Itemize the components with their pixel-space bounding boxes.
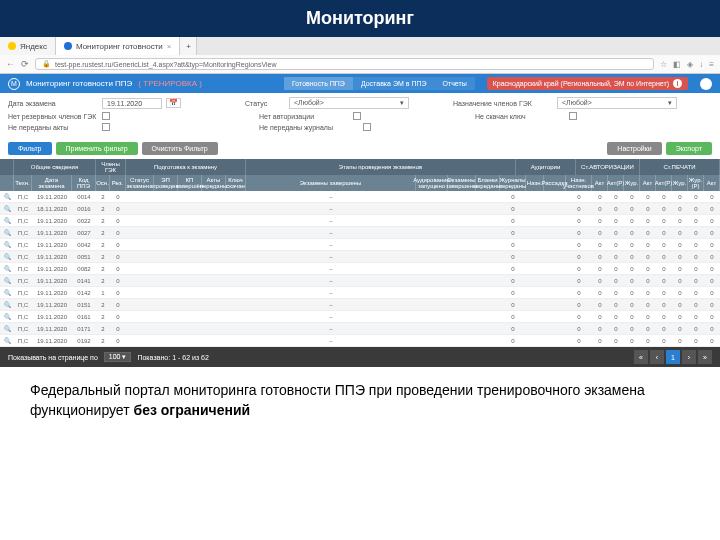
- table-row[interactable]: 🔍П,С19.11.2020019220–0000000000: [0, 335, 720, 347]
- export-button[interactable]: Экспорт: [666, 142, 712, 155]
- group-prep: Подготовка к экзамену: [126, 159, 246, 175]
- table-row[interactable]: 🔍П,С18.11.2020001620–0000000000: [0, 203, 720, 215]
- magnifier-icon[interactable]: 🔍: [0, 335, 14, 346]
- app-header: М Мониторинг готовности ППЭ ( ТРЕНИРОВКА…: [0, 74, 720, 93]
- table-row[interactable]: 🔍П,С19.11.2020001420–0000000000: [0, 191, 720, 203]
- pager-info: Показано: 1 - 62 из 62: [137, 354, 208, 361]
- magnifier-icon[interactable]: 🔍: [0, 227, 14, 238]
- magnifier-icon[interactable]: 🔍: [0, 191, 14, 202]
- training-badge: ( ТРЕНИРОВКА ): [138, 79, 202, 88]
- magnifier-icon[interactable]: 🔍: [0, 251, 14, 262]
- browser-tab-2[interactable]: Мониторинг готовности ×: [56, 37, 181, 55]
- cell-code: 0016: [72, 203, 96, 214]
- browser-tab-1[interactable]: Яндекс: [0, 37, 56, 55]
- magnifier-icon[interactable]: 🔍: [0, 287, 14, 298]
- cell-date: 18.11.2020: [32, 203, 72, 214]
- table-row[interactable]: 🔍П,С19.11.2020002720–0000000000: [0, 227, 720, 239]
- settings-button[interactable]: Настройки: [607, 142, 661, 155]
- filters-panel: Дата экзамена 19.11.2020 📅 Статус <Любой…: [0, 93, 720, 138]
- filter-buttons: Фильтр Применить фильтр Очистить Фильтр …: [0, 138, 720, 159]
- pager-prev[interactable]: ‹: [650, 350, 664, 364]
- cell-main: 2: [96, 239, 110, 250]
- checkbox-nokey[interactable]: [569, 112, 577, 120]
- cell-type: П,С: [14, 299, 32, 310]
- checkbox-noauth[interactable]: [353, 112, 361, 120]
- magnifier-icon[interactable]: 🔍: [0, 311, 14, 322]
- cell-dash: –: [246, 239, 416, 250]
- checkbox-noreserve[interactable]: [102, 112, 110, 120]
- cell-type: П,С: [14, 215, 32, 226]
- table-row[interactable]: 🔍П,С19.11.2020016120–0000000000: [0, 311, 720, 323]
- cell-main: 2: [96, 311, 110, 322]
- table-row[interactable]: 🔍П,С19.11.2020017120–0000000000: [0, 323, 720, 335]
- magnifier-icon[interactable]: 🔍: [0, 263, 14, 274]
- pager-current[interactable]: 1: [666, 350, 680, 364]
- close-icon[interactable]: ×: [167, 42, 172, 51]
- checkbox-noacts[interactable]: [102, 123, 110, 131]
- magnifier-icon[interactable]: 🔍: [0, 215, 14, 226]
- filter-label-assign: Назначение членов ГЭК: [453, 100, 553, 107]
- star-icon[interactable]: ☆: [660, 60, 667, 69]
- table-row[interactable]: 🔍П,С19.11.2020002220–0000000000: [0, 215, 720, 227]
- pager-first[interactable]: «: [634, 350, 648, 364]
- cell-code: 0171: [72, 323, 96, 334]
- per-page-select[interactable]: 100 ▾: [104, 352, 132, 362]
- cell-dash: –: [246, 251, 416, 262]
- cell-type: П,С: [14, 203, 32, 214]
- cell-main: 2: [96, 215, 110, 226]
- calendar-icon[interactable]: 📅: [166, 98, 181, 108]
- filter-label-noreserve: Нет резервных членов ГЭК: [8, 113, 98, 120]
- chevron-down-icon: ▾: [668, 99, 672, 107]
- cell-type: П,С: [14, 287, 32, 298]
- cell-main: 2: [96, 191, 110, 202]
- data-table: Общие сведения Члены ГЭК Подготовка к эк…: [0, 159, 720, 347]
- filter-label-nokey: Не скачан ключ: [475, 113, 565, 120]
- cell-main: 2: [96, 251, 110, 262]
- address-bar[interactable]: 🔒 test-ppe.rustest.ru/GenericList_4.aspx…: [35, 58, 654, 70]
- magnifier-icon[interactable]: 🔍: [0, 203, 14, 214]
- down-icon[interactable]: ↓: [699, 60, 703, 69]
- table-row[interactable]: 🔍П,С19.11.2020014210–0000000000: [0, 287, 720, 299]
- cell-date: 19.11.2020: [32, 239, 72, 250]
- table-row[interactable]: 🔍П,С19.11.2020008220–0000000000: [0, 263, 720, 275]
- checkbox-nojournals[interactable]: [363, 123, 371, 131]
- pager-last[interactable]: »: [698, 350, 712, 364]
- ext-icon[interactable]: ◧: [673, 60, 681, 69]
- tab-delivery[interactable]: Доставка ЭМ в ППЭ: [353, 77, 435, 90]
- ext2-icon[interactable]: ◈: [687, 60, 693, 69]
- magnifier-icon[interactable]: 🔍: [0, 299, 14, 310]
- region-badge[interactable]: Краснодарский край (Региональный, ЭМ по …: [487, 77, 688, 90]
- status-dropdown[interactable]: <Любой>▾: [289, 97, 409, 109]
- cell-type: П,С: [14, 263, 32, 274]
- cell-date: 19.11.2020: [32, 299, 72, 310]
- reload-button[interactable]: ⟳: [21, 59, 29, 69]
- address-row: ← ⟳ 🔒 test-ppe.rustest.ru/GenericList_4.…: [0, 55, 720, 73]
- filter-button[interactable]: Фильтр: [8, 142, 52, 155]
- clear-filter-button[interactable]: Очистить Фильтр: [142, 142, 218, 155]
- cell-res: 0: [110, 227, 126, 238]
- filter-label-status: Статус: [245, 100, 285, 107]
- new-tab-button[interactable]: +: [180, 37, 197, 55]
- apply-filter-button[interactable]: Применить фильтр: [56, 142, 138, 155]
- cell-code: 0042: [72, 239, 96, 250]
- pager-next[interactable]: ›: [682, 350, 696, 364]
- cell-res: 0: [110, 191, 126, 202]
- table-row[interactable]: 🔍П,С19.11.2020015120–0000000000: [0, 299, 720, 311]
- app-title: Мониторинг готовности ППЭ: [26, 79, 132, 88]
- back-button[interactable]: ←: [6, 59, 15, 69]
- tab-readiness[interactable]: Готовность ППЭ: [284, 77, 353, 90]
- table-row[interactable]: 🔍П,С19.11.2020004220–0000000000: [0, 239, 720, 251]
- magnifier-icon[interactable]: 🔍: [0, 239, 14, 250]
- table-row[interactable]: 🔍П,С19.11.2020005120–0000000000: [0, 251, 720, 263]
- tab-reports[interactable]: Отчеты: [434, 77, 474, 90]
- table-row[interactable]: 🔍П,С19.11.2020014120–0000000000: [0, 275, 720, 287]
- cell-date: 19.11.2020: [32, 227, 72, 238]
- cell-code: 0151: [72, 299, 96, 310]
- cell-dash: –: [246, 263, 416, 274]
- magnifier-icon[interactable]: 🔍: [0, 323, 14, 334]
- date-input[interactable]: 19.11.2020: [102, 98, 162, 109]
- magnifier-icon[interactable]: 🔍: [0, 275, 14, 286]
- assign-dropdown[interactable]: <Любой>▾: [557, 97, 677, 109]
- user-avatar[interactable]: [700, 78, 712, 90]
- menu-icon[interactable]: ≡: [709, 60, 714, 69]
